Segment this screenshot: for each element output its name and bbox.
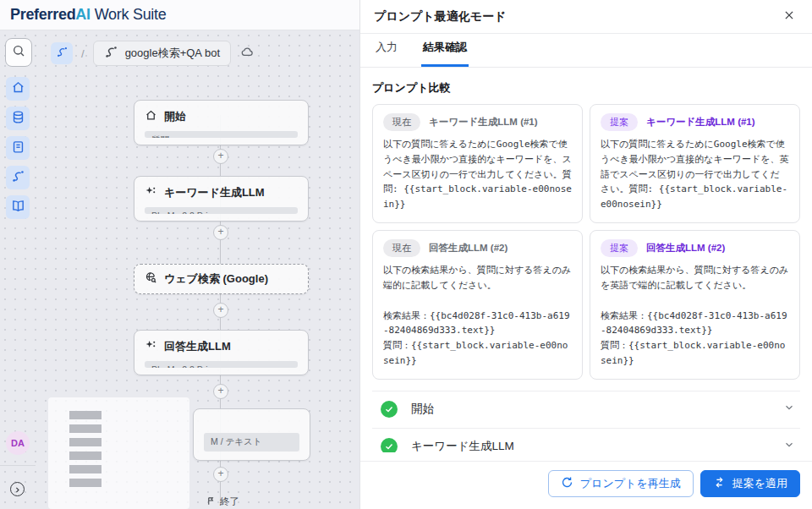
cloud-sync-icon xyxy=(241,46,254,62)
node-keyword-llm[interactable]: キーワード生成LLM PLaMo 2.2 Prime xyxy=(134,176,309,222)
panel-body: プロンプト比較 現在 キーワード生成LLM (#1) 以下の質問に答えるためにG… xyxy=(360,68,812,452)
node-end[interactable]: 終了 xyxy=(206,495,239,508)
node-start[interactable]: 開始 質問 xyxy=(134,100,309,145)
node-web-search[interactable]: ウェブ検索 (Google) xyxy=(134,264,309,294)
node-title: 開始 xyxy=(164,109,186,124)
prompt-optimization-panel: プロンプト最適化モード 入力 結果確認 プロンプト比較 現在 キーワード生成LL… xyxy=(359,0,812,509)
status-row-label: キーワード生成LLM xyxy=(411,439,770,452)
close-icon xyxy=(783,9,795,24)
tab-input[interactable]: 入力 xyxy=(374,40,399,67)
node-text-output[interactable]: M / テキスト xyxy=(193,408,310,461)
collapse-sidebar-button[interactable] xyxy=(10,482,25,496)
add-node-button[interactable]: + xyxy=(213,467,228,482)
prompt-comparison-grid: 現在 キーワード生成LLM (#1) 以下の質問に答えるためにGoogle検索で… xyxy=(372,104,800,380)
node-title: 回答生成LLM xyxy=(164,339,231,354)
skeleton-bar xyxy=(69,411,102,419)
prompt-card-label: 回答生成LLM (#2) xyxy=(429,242,508,254)
sidebar-item-home[interactable] xyxy=(6,77,30,101)
status-row-start[interactable]: 開始 xyxy=(372,391,800,429)
brand-suffix: Work Suite xyxy=(95,6,167,23)
sidebar-item-workflows[interactable] xyxy=(6,166,30,189)
prompt-card-proposal-1: 提案 キーワード生成LLM (#1) 以下の質問に答えるためにGoogle検索で… xyxy=(590,104,800,223)
search-icon xyxy=(12,44,25,61)
panel-tabs: 入力 結果確認 xyxy=(360,34,812,68)
regenerate-prompt-button[interactable]: プロンプトを再生成 xyxy=(548,470,694,497)
chevron-down-icon xyxy=(783,439,795,452)
add-node-button[interactable]: + xyxy=(213,225,228,240)
status-row-keyword-llm[interactable]: キーワード生成LLM xyxy=(372,429,800,452)
search-button[interactable] xyxy=(5,38,32,67)
app-logo: PreferredAIWork Suite xyxy=(10,6,166,24)
breadcrumb: / google検索+QA bot xyxy=(51,41,254,66)
prompt-card-label: キーワード生成LLM (#1) xyxy=(429,116,538,129)
node-title: キーワード生成LLM xyxy=(164,185,265,200)
node-answer-llm[interactable]: 回答生成LLM PLaMo 2.2 Prime xyxy=(134,330,309,375)
node-title: ウェブ検索 (Google) xyxy=(164,271,268,287)
node-field: PLaMo 2.2 Prime xyxy=(145,361,298,368)
tab-results[interactable]: 結果確認 xyxy=(421,40,469,67)
workflow-icon xyxy=(56,46,69,62)
sidebar-item-library[interactable] xyxy=(6,195,30,219)
add-node-button[interactable]: + xyxy=(213,303,228,318)
current-badge: 現在 xyxy=(383,113,420,131)
prompt-card-body: 以下の質問に答えるためにGoogle検索で使うべき最小限かつ直接的なキーワードを… xyxy=(383,137,572,212)
refresh-icon xyxy=(561,476,573,491)
database-icon xyxy=(11,110,25,128)
section-title-prompt-comparison: プロンプト比較 xyxy=(372,80,800,96)
brand-primary: Preferred xyxy=(10,6,75,23)
skeleton-bar xyxy=(69,479,102,487)
panel-header: プロンプト最適化モード xyxy=(360,0,812,34)
panel-title: プロンプト最適化モード xyxy=(374,9,506,25)
home-icon xyxy=(145,109,157,124)
skeleton-bar xyxy=(69,438,102,446)
block-status-list: 開始 キーワード生成LLM xyxy=(372,391,800,452)
loading-skeleton-panel xyxy=(48,397,189,509)
panel-footer: プロンプトを再生成 提案を適用 xyxy=(360,461,812,509)
add-node-button[interactable]: + xyxy=(213,149,228,164)
prompt-card-current-1: 現在 キーワード生成LLM (#1) 以下の質問に答えるためにGoogle検索で… xyxy=(372,104,583,223)
sidebar-item-data[interactable] xyxy=(6,107,30,130)
skeleton-bar xyxy=(69,452,102,460)
success-check-icon xyxy=(381,438,398,452)
prompt-card-body: 以下の質問に答えるためにGoogle検索で使うべき最小限かつ直接的なキーワードを… xyxy=(601,137,789,212)
add-node-button[interactable]: + xyxy=(213,384,228,399)
chevron-down-icon xyxy=(783,402,795,417)
sidebar-item-documents[interactable] xyxy=(6,136,30,160)
close-panel-button[interactable] xyxy=(782,8,797,25)
node-field: M / テキスト xyxy=(204,433,299,452)
end-label-text: 終了 xyxy=(220,495,239,508)
web-search-icon xyxy=(145,271,157,287)
flag-icon xyxy=(206,496,216,507)
document-icon xyxy=(11,140,25,157)
proposal-badge: 提案 xyxy=(601,239,638,257)
book-icon xyxy=(11,199,25,216)
workspace: PreferredAIWork Suite xyxy=(0,0,359,509)
app-header: PreferredAIWork Suite xyxy=(0,0,359,30)
prompt-card-label: 回答生成LLM (#2) xyxy=(646,242,725,254)
chevron-right-icon xyxy=(14,482,21,497)
node-field: PLaMo 2.2 Prime xyxy=(145,207,298,214)
status-row-label: 開始 xyxy=(411,402,770,417)
sparkle-icon xyxy=(145,339,157,354)
prompt-card-body: 以下の検索結果から、質問に対する答えのみを英語で端的に記載してください。 検索結… xyxy=(601,263,789,369)
prompt-card-proposal-2: 提案 回答生成LLM (#2) 以下の検索結果から、質問に対する答えのみを英語で… xyxy=(590,230,800,380)
rail-divider xyxy=(0,465,36,466)
prompt-card-current-2: 現在 回答生成LLM (#2) 以下の検索結果から、質問に対する答えのみ端的に記… xyxy=(372,230,583,380)
user-avatar[interactable]: DA xyxy=(6,431,30,455)
apply-proposal-button[interactable]: 提案を適用 xyxy=(700,470,800,497)
skeleton-bar xyxy=(69,465,102,473)
breadcrumb-separator: / xyxy=(81,47,85,60)
app-root: PreferredAIWork Suite xyxy=(0,0,812,509)
apply-proposal-label: 提案を適用 xyxy=(732,476,787,491)
sparkle-icon xyxy=(145,185,157,200)
flow-canvas: DA / google検索+QA bot xyxy=(0,30,359,509)
workflow-icon xyxy=(11,169,25,187)
breadcrumb-workflow-chip[interactable]: google検索+QA bot xyxy=(93,41,231,66)
current-badge: 現在 xyxy=(383,239,420,257)
workflow-icon xyxy=(104,45,118,62)
node-field: 質問 xyxy=(145,131,298,138)
home-icon xyxy=(11,80,25,98)
regenerate-prompt-label: プロンプトを再生成 xyxy=(580,476,681,491)
breadcrumb-root-button[interactable] xyxy=(51,42,73,64)
proposal-badge: 提案 xyxy=(601,113,638,131)
